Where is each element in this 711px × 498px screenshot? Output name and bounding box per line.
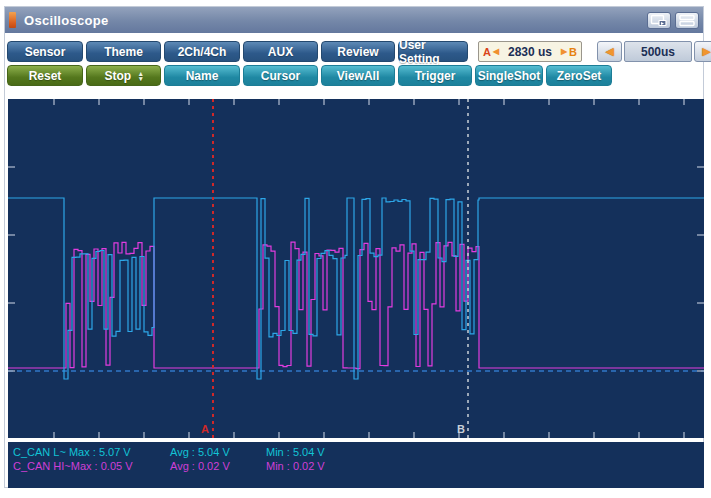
title-bar: Oscilloscope [5, 7, 703, 33]
timebase-value[interactable]: 500us [624, 41, 692, 62]
button-label: Name [186, 69, 219, 83]
toolbar-row-1: SensorTheme2Ch/4ChAUXReviewUser Setting … [7, 41, 711, 62]
app-icon [9, 12, 16, 28]
timebase-decrease-button[interactable]: ◀ [597, 41, 622, 62]
button-label: Review [337, 45, 378, 59]
cursor-button[interactable]: Cursor [243, 65, 318, 86]
cursor-a-label: A [483, 46, 491, 58]
button-label: ZeroSet [557, 69, 602, 83]
singleshot-button[interactable]: SingleShot [475, 65, 543, 86]
timebase-control: ◀ 500us ▶ [597, 41, 711, 62]
timebase-increase-button[interactable]: ▶ [694, 41, 711, 62]
ab-cursor-readout[interactable]: A ◀ 2830 us ▶ B [478, 41, 582, 62]
button-label: Sensor [25, 45, 66, 59]
ch1-max-readout: C_CAN L~ Max : 5.07 V [13, 446, 131, 458]
stop-button[interactable]: Stop▴▾ [86, 65, 161, 86]
cursor-b-marker: B [457, 423, 465, 435]
button-label: SingleShot [478, 69, 541, 83]
button-label: Theme [104, 45, 143, 59]
spinner-arrows-icon: ▴▾ [139, 71, 143, 81]
ch2-min-readout: Min : 0.02 V [266, 460, 325, 472]
measurement-row-ch1: C_CAN L~ Max : 5.07 V Avg : 5.04 V Min :… [8, 446, 704, 460]
button-label: Stop [104, 69, 131, 83]
button-label: User Setting [399, 38, 467, 66]
ch2-avg-readout: Avg : 0.02 V [170, 460, 230, 472]
button-label: Trigger [415, 69, 456, 83]
cursor-a-arrow-icon: ◀ [491, 47, 501, 56]
panel-layout-icon [678, 14, 696, 27]
trace-c-can-l [8, 198, 704, 379]
left-arrow-icon: ◀ [605, 45, 613, 58]
window-layout-button[interactable] [675, 12, 699, 29]
button-label: 2Ch/4Ch [178, 45, 227, 59]
waveform-display[interactable]: AB [8, 99, 704, 438]
cursor-b-label: B [569, 46, 577, 58]
window-restore-icon [650, 14, 668, 27]
window-restore-button[interactable] [647, 12, 671, 29]
ch1-avg-readout: Avg : 5.04 V [170, 446, 230, 458]
right-arrow-icon: ▶ [702, 45, 710, 58]
oscilloscope-window: Oscilloscope SensorTheme2Ch/4ChAUXReview… [4, 6, 704, 488]
button-label: Cursor [261, 69, 300, 83]
viewall-button[interactable]: ViewAll [321, 65, 395, 86]
ch2-max-readout: C_CAN HI~Max : 0.05 V [13, 460, 133, 472]
measurement-row-ch2: C_CAN HI~Max : 0.05 V Avg : 0.02 V Min :… [8, 460, 704, 474]
ab-delta-value: 2830 us [501, 45, 559, 59]
button-label: Reset [29, 69, 62, 83]
ch1-min-readout: Min : 5.04 V [266, 446, 325, 458]
user-setting-button[interactable]: User Setting [398, 41, 468, 62]
trigger-button[interactable]: Trigger [398, 65, 472, 86]
cursor-b-arrow-icon: ▶ [559, 47, 569, 56]
reset-button[interactable]: Reset [7, 65, 83, 86]
measurement-panel: C_CAN L~ Max : 5.07 V Avg : 5.04 V Min :… [8, 442, 704, 488]
zeroset-button[interactable]: ZeroSet [546, 65, 612, 86]
theme-button[interactable]: Theme [86, 41, 161, 62]
window-title: Oscilloscope [24, 13, 643, 28]
name-button[interactable]: Name [164, 65, 240, 86]
cursor-a-marker: A [201, 423, 209, 435]
toolbar-row-2: ResetStop▴▾NameCursorViewAllTriggerSingl… [7, 65, 612, 86]
aux-button[interactable]: AUX [243, 41, 318, 62]
sensor-button[interactable]: Sensor [7, 41, 83, 62]
button-label: ViewAll [337, 69, 379, 83]
2ch-4ch-button[interactable]: 2Ch/4Ch [164, 41, 240, 62]
review-button[interactable]: Review [321, 41, 395, 62]
button-label: AUX [268, 45, 293, 59]
